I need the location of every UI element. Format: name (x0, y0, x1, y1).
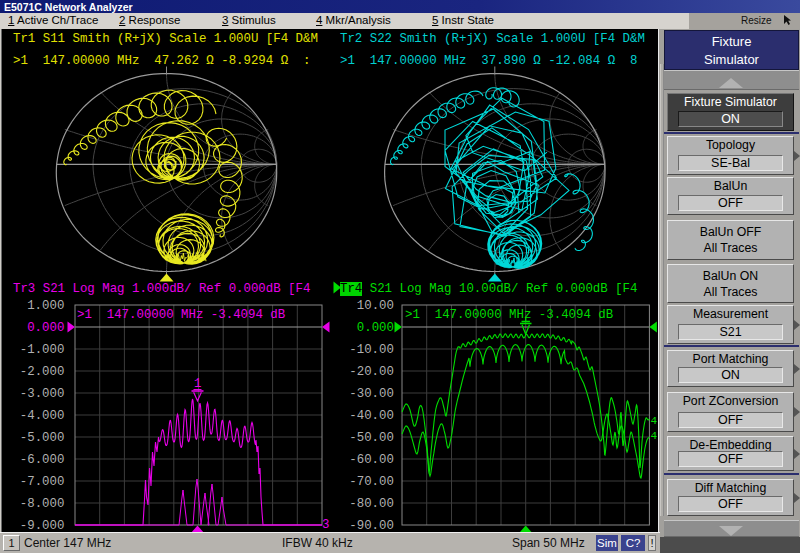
svg-text:1: 1 (194, 377, 201, 391)
